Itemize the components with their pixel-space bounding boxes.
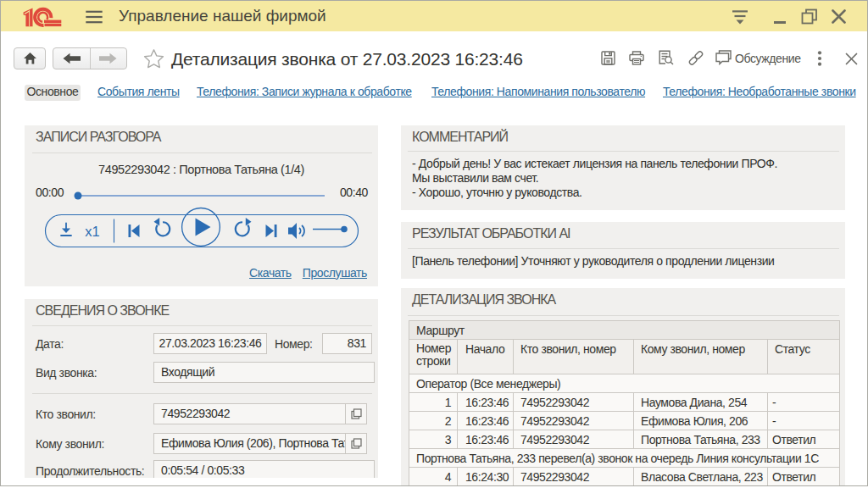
- svg-text:x1: x1: [85, 223, 99, 238]
